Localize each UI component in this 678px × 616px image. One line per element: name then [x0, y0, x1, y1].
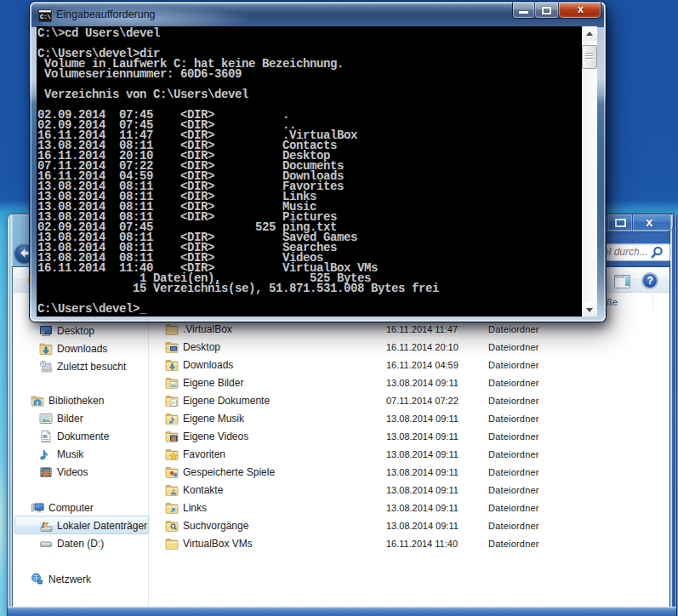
svg-text:C:\: C:\: [40, 14, 51, 20]
